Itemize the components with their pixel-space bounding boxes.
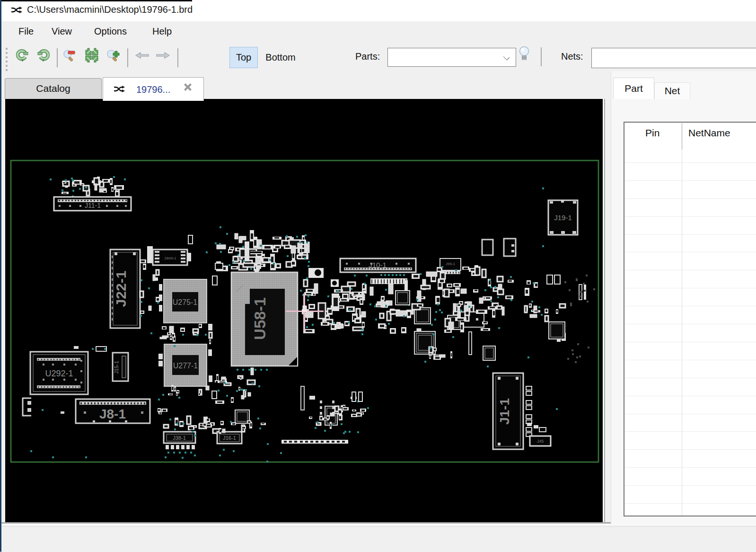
svg-text:J19-1: J19-1 <box>554 214 572 222</box>
svg-text:J15-1: J15-1 <box>114 361 119 374</box>
svg-text:U275-1: U275-1 <box>173 298 198 306</box>
svg-text:J11-1: J11-1 <box>85 202 101 209</box>
svg-text:U277-1: U277-1 <box>173 362 198 370</box>
svg-text:U58-1: U58-1 <box>251 297 269 340</box>
svg-text:J38-1: J38-1 <box>173 435 186 441</box>
svg-text:2849-1: 2849-1 <box>165 256 176 260</box>
svg-text:J16-1: J16-1 <box>223 435 236 441</box>
svg-text:J45: J45 <box>537 439 544 444</box>
svg-text:J22-1: J22-1 <box>113 271 129 307</box>
svg-text:J10-1: J10-1 <box>369 261 387 269</box>
svg-text:J95-1: J95-1 <box>446 262 456 266</box>
svg-text:J1-1: J1-1 <box>497 398 512 425</box>
svg-text:J8-1: J8-1 <box>99 407 126 421</box>
svg-text:U292-1: U292-1 <box>45 369 73 378</box>
